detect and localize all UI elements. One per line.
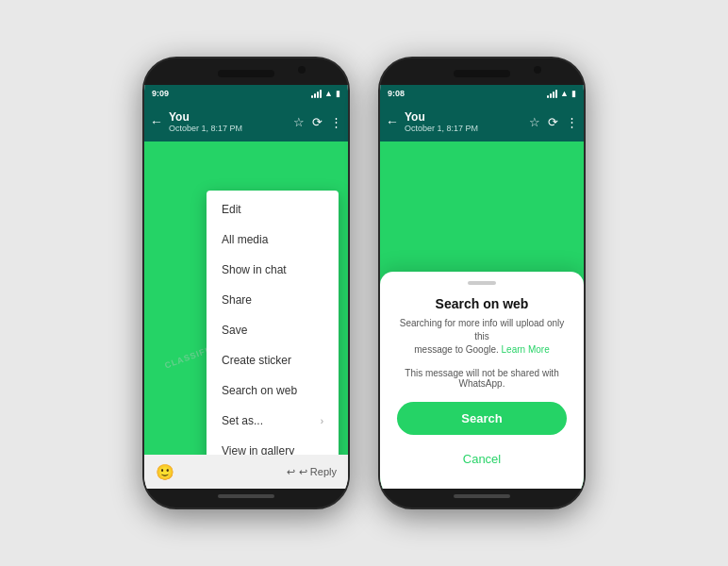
signal-icon-right — [547, 89, 557, 98]
contact-name-right: You — [405, 110, 523, 124]
back-button-left[interactable]: ← — [150, 114, 163, 129]
top-bar-left: ← You October 1, 8:17 PM ☆ ⟳ ⋮ — [144, 102, 348, 142]
menu-item-all-media[interactable]: All media — [207, 225, 339, 255]
menu-item-share[interactable]: Share — [207, 285, 339, 315]
sheet-handle — [468, 281, 496, 285]
contact-info-left: You October 1, 8:17 PM — [169, 110, 288, 133]
wifi-icon-left: ▲ — [324, 89, 333, 98]
reply-arrow-icon: ↩ — [287, 466, 295, 478]
menu-item-search-on-web[interactable]: Search on web — [207, 375, 339, 406]
back-button-right[interactable]: ← — [386, 114, 399, 129]
reply-button-left[interactable]: ↩ ↩ Reply — [287, 466, 337, 478]
contact-name-left: You — [169, 110, 288, 124]
cancel-button[interactable]: Cancel — [397, 444, 567, 474]
more-icon-left[interactable]: ⋮ — [330, 115, 342, 129]
learn-more-link[interactable]: Learn More — [502, 344, 550, 355]
time-right: 9:08 — [388, 89, 405, 98]
time-left: 9:09 — [152, 89, 169, 98]
more-icon-right[interactable]: ⋮ — [566, 115, 578, 129]
search-button[interactable]: Search — [397, 402, 567, 435]
battery-icon-right: ▮ — [571, 89, 576, 98]
menu-item-set-as[interactable]: Set as... › — [207, 406, 339, 436]
signal-icon-left — [311, 89, 322, 98]
top-bar-icons-left: ☆ ⟳ ⋮ — [293, 115, 342, 129]
status-icons-right: ▲ ▮ — [547, 89, 576, 98]
sheet-body: Searching for more info will upload only… — [397, 317, 567, 357]
menu-item-save[interactable]: Save — [207, 315, 339, 345]
contact-info-right: You October 1, 8:17 PM — [405, 110, 523, 133]
star-icon-right[interactable]: ☆ — [529, 115, 540, 129]
menu-item-show-in-chat[interactable]: Show in chat — [207, 255, 339, 285]
status-bar-right: 9:08 ▲ ▮ — [380, 85, 584, 102]
star-icon-left[interactable]: ☆ — [293, 115, 305, 129]
menu-item-edit[interactable]: Edit — [207, 194, 339, 225]
forward-icon-left[interactable]: ⟳ — [312, 115, 323, 129]
wifi-icon-right: ▲ — [560, 89, 569, 98]
contact-date-left: October 1, 8:17 PM — [169, 124, 288, 133]
sheet-title: Search on web — [397, 296, 567, 311]
sheet-note: This message will not be shared with Wha… — [397, 368, 567, 389]
menu-item-view-in-gallery[interactable]: View in gallery — [207, 436, 339, 455]
phone-right: 9:08 ▲ ▮ ← You October 1, 8:17 PM ☆ — [378, 57, 586, 509]
forward-icon-right[interactable]: ⟳ — [548, 115, 558, 129]
top-bar-right: ← You October 1, 8:17 PM ☆ ⟳ ⋮ — [380, 102, 584, 142]
menu-item-create-sticker[interactable]: Create sticker — [207, 345, 339, 375]
emoji-button-left[interactable]: 🙂 — [156, 463, 174, 481]
message-area-right: WBI CLASSIFIED Search on web Searching f… — [380, 142, 584, 489]
status-icons-left: ▲ ▮ — [311, 89, 340, 98]
message-area-left: W CLASSIFIED Edit All media Show in chat… — [144, 142, 348, 455]
chevron-right-icon: › — [321, 416, 323, 426]
top-bar-icons-right: ☆ ⟳ ⋮ — [529, 115, 578, 129]
battery-icon-left: ▮ — [336, 89, 340, 98]
contact-date-right: October 1, 8:17 PM — [405, 124, 523, 133]
status-bar-left: 9:09 ▲ ▮ — [144, 85, 348, 102]
dropdown-menu: Edit All media Show in chat Share Save C… — [207, 191, 339, 455]
phone-left: 9:09 ▲ ▮ ← You October 1, 8:17 PM ☆ — [142, 57, 350, 509]
bottom-bar-left: 🙂 ↩ ↩ Reply — [144, 455, 348, 489]
bottom-sheet: Search on web Searching for more info wi… — [380, 272, 584, 489]
